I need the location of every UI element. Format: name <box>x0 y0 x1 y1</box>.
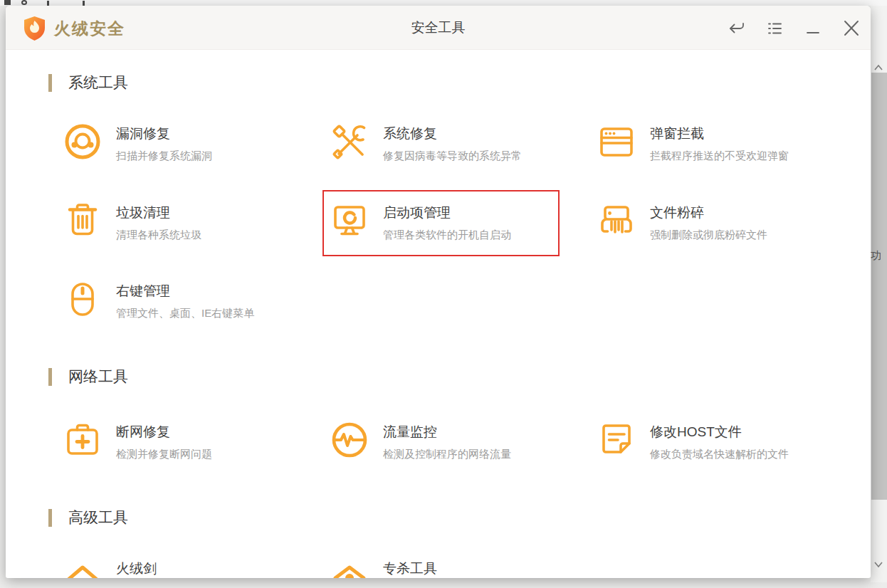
section-accent-bar <box>48 509 52 527</box>
shield-sword-icon <box>63 557 103 578</box>
tool-desc: 清理各种系统垃圾 <box>116 229 201 242</box>
document-icon <box>597 420 636 460</box>
vulnerability-fix-icon <box>63 122 103 162</box>
tool-popup-block[interactable]: 弹窗拦截 拦截程序推送的不受欢迎弹窗 <box>597 122 846 163</box>
trash-icon <box>63 201 103 241</box>
tool-host-file[interactable]: 修改HOST文件 修改负责域名快速解析的文件 <box>597 420 846 461</box>
section-title: 高级工具 <box>68 508 128 527</box>
shredder-icon <box>597 201 636 241</box>
section-header-network-tools: 网络工具 <box>48 367 128 387</box>
tool-desc: 修复因病毒等导致的系统异常 <box>383 149 522 163</box>
tool-desc: 扫描并修复系统漏洞 <box>116 149 212 163</box>
tool-desc: 检测并修复断网问题 <box>116 448 212 461</box>
tool-system-repair[interactable]: 系统修复 修复因病毒等导致的系统异常 <box>330 122 579 163</box>
tool-title: 垃圾清理 <box>116 204 201 222</box>
scrollbar-thumb[interactable] <box>871 73 887 500</box>
tool-desc: 拦截程序推送的不受欢迎弹窗 <box>650 149 789 163</box>
tool-title: 专杀工具 <box>383 560 437 578</box>
popup-block-icon <box>597 122 636 162</box>
tool-title: 流量监控 <box>383 423 511 441</box>
undo-back-icon[interactable] <box>724 19 748 38</box>
list-menu-icon[interactable] <box>762 19 787 38</box>
section-title: 网络工具 <box>68 367 128 387</box>
section-accent-bar <box>48 368 52 386</box>
tool-title: 火绒剑 <box>116 560 157 578</box>
titlebar: 火绒安全 安全工具 <box>6 6 871 50</box>
startup-monitor-icon <box>330 201 369 241</box>
tool-context-menu[interactable]: 右键管理 管理文件、桌面、IE右键菜单 <box>63 279 312 320</box>
background-artifact <box>83 1 85 6</box>
background-artifact <box>21 0 27 5</box>
tool-title: 弹窗拦截 <box>650 125 789 143</box>
tool-title: 修改HOST文件 <box>650 423 789 441</box>
tool-file-shredder[interactable]: 文件粉碎 强制删除或彻底粉碎文件 <box>597 201 846 242</box>
chevron-down-icon[interactable] <box>873 558 883 571</box>
tool-desc: 强制删除或彻底粉碎文件 <box>650 229 767 242</box>
background-artifact-text: 功 <box>871 249 881 263</box>
tool-title: 系统修复 <box>383 125 522 143</box>
tool-traffic-monitor[interactable]: 流量监控 检测及控制程序的网络流量 <box>330 420 579 461</box>
tool-title: 启动项管理 <box>383 204 511 222</box>
pulse-icon <box>330 420 369 460</box>
mouse-icon <box>63 279 103 319</box>
tool-special-kill[interactable]: 专杀工具 <box>330 557 579 578</box>
background-scrollbar: 功 <box>871 6 887 582</box>
background-artifact <box>47 1 49 6</box>
minimize-icon[interactable] <box>801 19 825 38</box>
tool-vulnerability-fix[interactable]: 漏洞修复 扫描并修复系统漏洞 <box>63 122 312 163</box>
tool-huorong-sword[interactable]: 火绒剑 <box>63 557 312 578</box>
app-logo: 火绒安全 <box>23 16 125 41</box>
system-repair-icon <box>330 122 369 162</box>
app-window: 火绒安全 安全工具 <box>6 6 871 578</box>
section-header-advanced-tools: 高级工具 <box>48 508 128 527</box>
tool-desc: 管理文件、桌面、IE右键菜单 <box>116 307 254 320</box>
close-icon[interactable] <box>839 19 864 38</box>
tool-junk-clean[interactable]: 垃圾清理 清理各种系统垃圾 <box>63 201 312 242</box>
tool-network-repair[interactable]: 断网修复 检测并修复断网问题 <box>63 420 312 461</box>
tool-title: 断网修复 <box>116 423 212 441</box>
tool-title: 右键管理 <box>116 282 254 300</box>
tool-desc: 检测及控制程序的网络流量 <box>383 448 511 461</box>
shield-kill-icon <box>330 557 369 578</box>
tool-startup-manager[interactable]: 启动项管理 管理各类软件的开机自启动 <box>330 201 579 242</box>
tool-desc: 管理各类软件的开机自启动 <box>383 229 511 242</box>
section-accent-bar <box>48 74 52 92</box>
shield-flame-icon <box>23 16 46 41</box>
background-window-edge <box>0 0 887 6</box>
section-header-system-tools: 系统工具 <box>48 73 128 93</box>
brand-name: 火绒安全 <box>54 18 125 40</box>
tool-title: 文件粉碎 <box>650 204 767 222</box>
first-aid-icon <box>63 420 103 460</box>
desktop-background: 功 火绒安全 安全工具 <box>0 0 887 588</box>
tool-title: 漏洞修复 <box>116 125 212 143</box>
section-title: 系统工具 <box>68 73 128 93</box>
background-artifact <box>4 0 11 5</box>
tool-desc: 修改负责域名快速解析的文件 <box>650 448 789 461</box>
